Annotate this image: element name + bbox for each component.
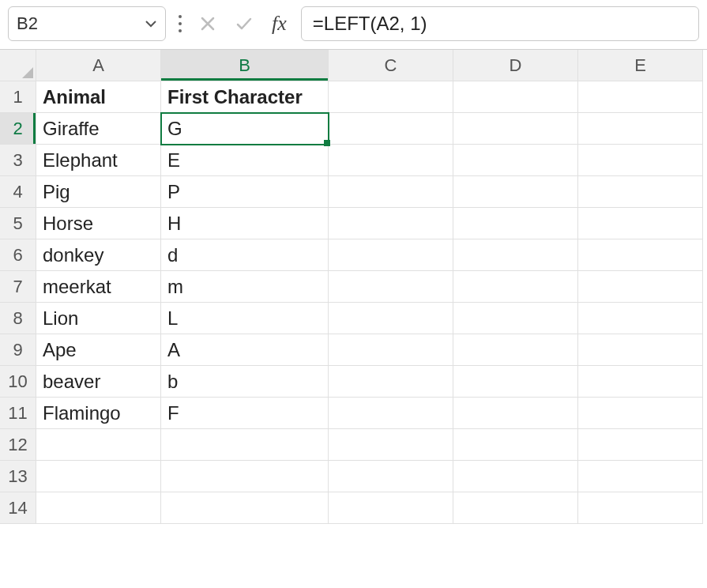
cell-B2[interactable]: G [161, 113, 329, 145]
cell-B13[interactable] [161, 461, 329, 492]
cell-D13[interactable] [453, 461, 578, 492]
cell-D5[interactable] [453, 208, 578, 239]
row-header-13[interactable]: 13 [0, 461, 36, 492]
cell-D3[interactable] [453, 145, 578, 176]
cell-D7[interactable] [453, 271, 578, 303]
cell-D2[interactable] [453, 113, 578, 145]
cell-C13[interactable] [329, 461, 453, 492]
cell-D6[interactable] [453, 239, 578, 271]
cell-A9[interactable]: Ape [36, 334, 161, 366]
cell-B9[interactable]: A [161, 334, 329, 366]
cell-A11[interactable]: Flamingo [36, 398, 161, 429]
name-box[interactable]: B2 [8, 6, 166, 41]
cell-D8[interactable] [453, 303, 578, 334]
cell-A4[interactable]: Pig [36, 176, 161, 208]
select-all-corner[interactable] [0, 50, 36, 81]
cell-E13[interactable] [578, 461, 703, 492]
cell-B1[interactable]: First Character [161, 81, 329, 113]
cell-D14[interactable] [453, 492, 578, 524]
cell-C9[interactable] [329, 334, 453, 366]
cell-B5[interactable]: H [161, 208, 329, 239]
cell-A5[interactable]: Horse [36, 208, 161, 239]
formula-bar[interactable]: =LEFT(A2, 1) [301, 6, 699, 41]
cell-E11[interactable] [578, 398, 703, 429]
cell-E3[interactable] [578, 145, 703, 176]
spreadsheet-grid[interactable]: A B C D E 1 Animal First Character 2 Gir… [0, 49, 707, 524]
row-header-10[interactable]: 10 [0, 366, 36, 398]
row-header-3[interactable]: 3 [0, 145, 36, 176]
row-header-9[interactable]: 9 [0, 334, 36, 366]
row-header-1[interactable]: 1 [0, 81, 36, 113]
cancel-formula-button[interactable] [194, 10, 221, 37]
cell-B4[interactable]: P [161, 176, 329, 208]
col-header-D[interactable]: D [453, 50, 578, 81]
col-header-C[interactable]: C [329, 50, 453, 81]
cell-A10[interactable]: beaver [36, 366, 161, 398]
row-header-12[interactable]: 12 [0, 429, 36, 461]
cell-D10[interactable] [453, 366, 578, 398]
cell-E5[interactable] [578, 208, 703, 239]
cell-B6[interactable]: d [161, 239, 329, 271]
fx-icon[interactable]: fx [267, 12, 291, 36]
cell-C4[interactable] [329, 176, 453, 208]
cell-C12[interactable] [329, 429, 453, 461]
cell-C5[interactable] [329, 208, 453, 239]
cell-B8[interactable]: L [161, 303, 329, 334]
row-header-14[interactable]: 14 [0, 492, 36, 524]
svg-point-2 [179, 29, 182, 32]
cell-A12[interactable] [36, 429, 161, 461]
cell-B3[interactable]: E [161, 145, 329, 176]
cell-C3[interactable] [329, 145, 453, 176]
cell-A8[interactable]: Lion [36, 303, 161, 334]
row-header-4[interactable]: 4 [0, 176, 36, 208]
cell-E2[interactable] [578, 113, 703, 145]
row-header-6[interactable]: 6 [0, 239, 36, 271]
cell-C14[interactable] [329, 492, 453, 524]
row-header-11[interactable]: 11 [0, 398, 36, 429]
cell-A3[interactable]: Elephant [36, 145, 161, 176]
cell-C6[interactable] [329, 239, 453, 271]
cell-C1[interactable] [329, 81, 453, 113]
accept-formula-button[interactable] [231, 10, 258, 37]
cell-A14[interactable] [36, 492, 161, 524]
cell-C2[interactable] [329, 113, 453, 145]
row-header-7[interactable]: 7 [0, 271, 36, 303]
cell-C8[interactable] [329, 303, 453, 334]
cell-D9[interactable] [453, 334, 578, 366]
cell-D12[interactable] [453, 429, 578, 461]
cell-A2[interactable]: Giraffe [36, 113, 161, 145]
row-header-8[interactable]: 8 [0, 303, 36, 334]
cell-B7[interactable]: m [161, 271, 329, 303]
cell-B12[interactable] [161, 429, 329, 461]
row-header-2[interactable]: 2 [0, 113, 36, 145]
col-header-B[interactable]: B [161, 50, 329, 81]
cell-C7[interactable] [329, 271, 453, 303]
more-icon[interactable] [175, 13, 185, 35]
cell-D1[interactable] [453, 81, 578, 113]
col-header-A[interactable]: A [36, 50, 161, 81]
chevron-down-icon[interactable] [145, 17, 157, 30]
cell-E12[interactable] [578, 429, 703, 461]
cell-B10[interactable]: b [161, 366, 329, 398]
cell-E9[interactable] [578, 334, 703, 366]
row-header-5[interactable]: 5 [0, 208, 36, 239]
cell-A7[interactable]: meerkat [36, 271, 161, 303]
col-header-E[interactable]: E [578, 50, 703, 81]
cell-E8[interactable] [578, 303, 703, 334]
cell-B14[interactable] [161, 492, 329, 524]
cell-E10[interactable] [578, 366, 703, 398]
cell-B11[interactable]: F [161, 398, 329, 429]
cell-A1[interactable]: Animal [36, 81, 161, 113]
cell-C10[interactable] [329, 366, 453, 398]
cell-E4[interactable] [578, 176, 703, 208]
cell-A6[interactable]: donkey [36, 239, 161, 271]
cell-D4[interactable] [453, 176, 578, 208]
cell-E6[interactable] [578, 239, 703, 271]
cell-E7[interactable] [578, 271, 703, 303]
cell-D11[interactable] [453, 398, 578, 429]
cell-E14[interactable] [578, 492, 703, 524]
name-box-value: B2 [17, 13, 145, 34]
cell-A13[interactable] [36, 461, 161, 492]
cell-E1[interactable] [578, 81, 703, 113]
cell-C11[interactable] [329, 398, 453, 429]
